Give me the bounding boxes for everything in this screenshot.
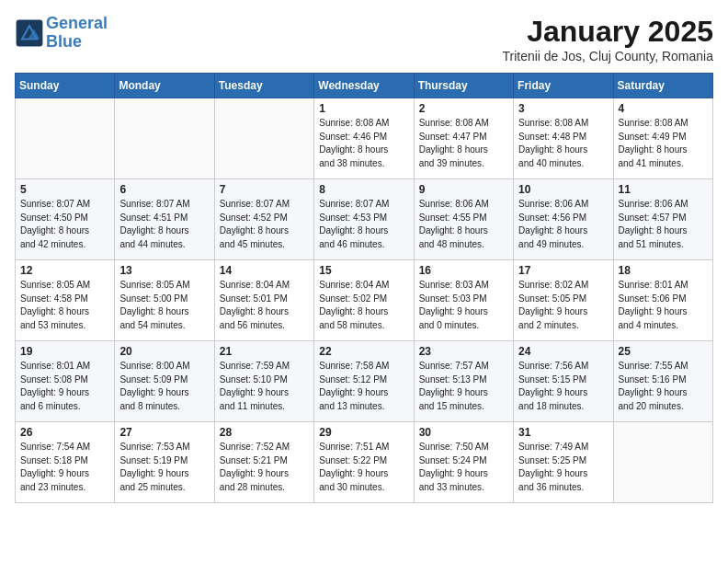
calendar-day: 26Sunrise: 7:54 AM Sunset: 5:18 PM Dayli… [16,422,115,503]
svg-rect-0 [17,19,43,46]
weekday-header-thursday: Thursday [414,74,513,98]
day-number: 18 [619,264,708,277]
calendar-day: 21Sunrise: 7:59 AM Sunset: 5:10 PM Dayli… [214,341,313,422]
day-info: Sunrise: 7:58 AM Sunset: 5:12 PM Dayligh… [319,360,408,413]
logo: General Blue [15,15,108,52]
weekday-header-saturday: Saturday [613,74,712,98]
calendar-day: 5Sunrise: 8:07 AM Sunset: 4:50 PM Daylig… [16,179,115,260]
day-number: 29 [319,426,408,439]
calendar-day: 14Sunrise: 8:04 AM Sunset: 5:01 PM Dayli… [214,260,313,341]
calendar-day [214,98,313,179]
weekday-header-row: SundayMondayTuesdayWednesdayThursdayFrid… [16,74,713,98]
day-number: 25 [619,345,708,358]
day-info: Sunrise: 7:55 AM Sunset: 5:16 PM Dayligh… [619,360,708,413]
calendar-day: 2Sunrise: 8:08 AM Sunset: 4:47 PM Daylig… [414,98,513,179]
day-number: 26 [20,426,109,439]
weekday-header-wednesday: Wednesday [314,74,414,98]
day-info: Sunrise: 7:56 AM Sunset: 5:15 PM Dayligh… [518,360,608,413]
day-number: 2 [419,102,508,115]
day-number: 11 [619,183,708,196]
calendar-day: 4Sunrise: 8:08 AM Sunset: 4:49 PM Daylig… [613,98,712,179]
calendar-day: 10Sunrise: 8:06 AM Sunset: 4:56 PM Dayli… [514,179,613,260]
day-number: 19 [20,345,109,358]
calendar-day: 7Sunrise: 8:07 AM Sunset: 4:52 PM Daylig… [214,179,313,260]
day-number: 30 [419,426,508,439]
day-info: Sunrise: 8:08 AM Sunset: 4:47 PM Dayligh… [419,117,508,170]
calendar-day [16,98,115,179]
day-number: 21 [220,345,309,358]
calendar-day: 30Sunrise: 7:50 AM Sunset: 5:24 PM Dayli… [414,422,513,503]
day-info: Sunrise: 8:08 AM Sunset: 4:48 PM Dayligh… [518,117,608,170]
day-info: Sunrise: 8:05 AM Sunset: 5:00 PM Dayligh… [119,279,209,332]
calendar-day: 11Sunrise: 8:06 AM Sunset: 4:57 PM Dayli… [613,179,712,260]
day-info: Sunrise: 8:07 AM Sunset: 4:52 PM Dayligh… [220,198,309,251]
calendar-day [115,98,214,179]
day-number: 20 [119,345,209,358]
day-info: Sunrise: 8:07 AM Sunset: 4:50 PM Dayligh… [20,198,109,251]
day-number: 3 [518,102,608,115]
day-info: Sunrise: 7:54 AM Sunset: 5:18 PM Dayligh… [20,441,109,494]
day-number: 1 [319,102,408,115]
calendar-day: 15Sunrise: 8:04 AM Sunset: 5:02 PM Dayli… [314,260,414,341]
day-info: Sunrise: 8:04 AM Sunset: 5:01 PM Dayligh… [220,279,309,332]
calendar-day: 8Sunrise: 8:07 AM Sunset: 4:53 PM Daylig… [314,179,414,260]
logo-text: General Blue [46,15,108,52]
day-info: Sunrise: 7:52 AM Sunset: 5:21 PM Dayligh… [220,441,309,494]
day-info: Sunrise: 8:07 AM Sunset: 4:51 PM Dayligh… [119,198,209,251]
page-header: General Blue January 2025 Tritenii de Jo… [15,15,713,63]
day-number: 14 [220,264,309,277]
calendar-day: 9Sunrise: 8:06 AM Sunset: 4:55 PM Daylig… [414,179,513,260]
day-info: Sunrise: 8:08 AM Sunset: 4:46 PM Dayligh… [319,117,408,170]
calendar-table: SundayMondayTuesdayWednesdayThursdayFrid… [15,73,713,503]
weekday-header-tuesday: Tuesday [214,74,313,98]
calendar-day: 23Sunrise: 7:57 AM Sunset: 5:13 PM Dayli… [414,341,513,422]
day-info: Sunrise: 8:06 AM Sunset: 4:57 PM Dayligh… [619,198,708,251]
calendar-day: 3Sunrise: 8:08 AM Sunset: 4:48 PM Daylig… [514,98,613,179]
day-number: 7 [220,183,309,196]
calendar-day [613,422,712,503]
day-info: Sunrise: 8:01 AM Sunset: 5:06 PM Dayligh… [619,279,708,332]
title-block: January 2025 Tritenii de Jos, Cluj Count… [502,15,713,63]
day-info: Sunrise: 7:51 AM Sunset: 5:22 PM Dayligh… [319,441,408,494]
day-number: 24 [518,345,608,358]
calendar-body: 1Sunrise: 8:08 AM Sunset: 4:46 PM Daylig… [16,98,713,503]
day-number: 12 [20,264,109,277]
weekday-header-friday: Friday [514,74,613,98]
day-info: Sunrise: 8:04 AM Sunset: 5:02 PM Dayligh… [319,279,408,332]
day-info: Sunrise: 7:59 AM Sunset: 5:10 PM Dayligh… [220,360,309,413]
calendar-week-2: 5Sunrise: 8:07 AM Sunset: 4:50 PM Daylig… [16,179,713,260]
day-info: Sunrise: 7:50 AM Sunset: 5:24 PM Dayligh… [419,441,508,494]
day-info: Sunrise: 8:02 AM Sunset: 5:05 PM Dayligh… [518,279,608,332]
day-info: Sunrise: 8:06 AM Sunset: 4:56 PM Dayligh… [518,198,608,251]
calendar-day: 27Sunrise: 7:53 AM Sunset: 5:19 PM Dayli… [115,422,214,503]
calendar-day: 18Sunrise: 8:01 AM Sunset: 5:06 PM Dayli… [613,260,712,341]
calendar-day: 1Sunrise: 8:08 AM Sunset: 4:46 PM Daylig… [314,98,414,179]
calendar-week-4: 19Sunrise: 8:01 AM Sunset: 5:08 PM Dayli… [16,341,713,422]
day-number: 22 [319,345,408,358]
calendar-day: 6Sunrise: 8:07 AM Sunset: 4:51 PM Daylig… [115,179,214,260]
day-number: 27 [119,426,209,439]
day-number: 5 [20,183,109,196]
calendar-day: 29Sunrise: 7:51 AM Sunset: 5:22 PM Dayli… [314,422,414,503]
calendar-day: 22Sunrise: 7:58 AM Sunset: 5:12 PM Dayli… [314,341,414,422]
day-number: 4 [619,102,708,115]
calendar-day: 19Sunrise: 8:01 AM Sunset: 5:08 PM Dayli… [16,341,115,422]
location-subtitle: Tritenii de Jos, Cluj County, Romania [502,49,713,63]
calendar-day: 16Sunrise: 8:03 AM Sunset: 5:03 PM Dayli… [414,260,513,341]
day-number: 13 [119,264,209,277]
day-number: 23 [419,345,508,358]
calendar-day: 12Sunrise: 8:05 AM Sunset: 4:58 PM Dayli… [16,260,115,341]
day-number: 28 [220,426,309,439]
day-number: 16 [419,264,508,277]
calendar-day: 31Sunrise: 7:49 AM Sunset: 5:25 PM Dayli… [514,422,613,503]
day-info: Sunrise: 7:53 AM Sunset: 5:19 PM Dayligh… [119,441,209,494]
calendar-day: 25Sunrise: 7:55 AM Sunset: 5:16 PM Dayli… [613,341,712,422]
weekday-header-monday: Monday [115,74,214,98]
calendar-day: 13Sunrise: 8:05 AM Sunset: 5:00 PM Dayli… [115,260,214,341]
day-number: 10 [518,183,608,196]
day-number: 8 [319,183,408,196]
weekday-header-sunday: Sunday [16,74,115,98]
logo-icon [15,18,44,48]
day-number: 6 [119,183,209,196]
calendar-day: 20Sunrise: 8:00 AM Sunset: 5:09 PM Dayli… [115,341,214,422]
